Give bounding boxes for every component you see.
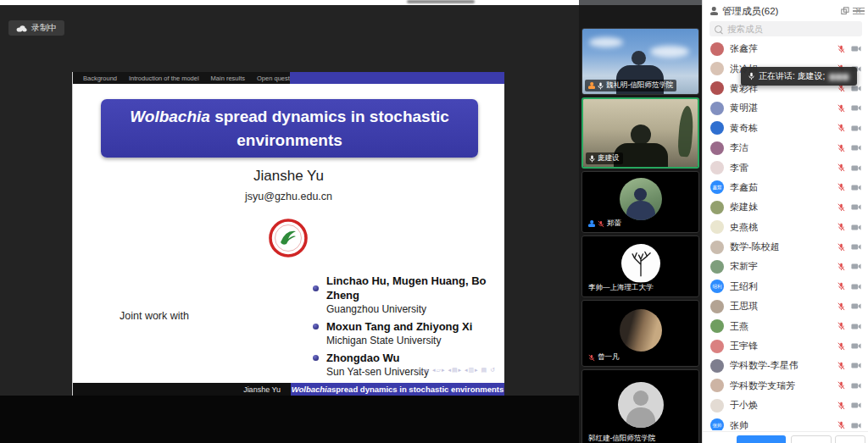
member-row[interactable]: 学科数学支瑞芳 — [703, 376, 868, 396]
collaborator-item: Linchao Hu, Mugen Huang, Bo Zheng Guangz… — [313, 274, 495, 316]
camera-off-icon[interactable] — [851, 125, 861, 132]
footer-secondary-button[interactable] — [791, 435, 832, 443]
mic-muted-icon[interactable] — [837, 263, 845, 271]
hamburger-menu-icon[interactable] — [853, 5, 865, 17]
video-name-chip: 郑蕾 — [585, 218, 625, 230]
mic-muted-icon[interactable] — [837, 362, 845, 370]
member-row[interactable]: 黄奇栋 — [703, 119, 868, 138]
camera-off-icon[interactable] — [851, 184, 861, 191]
camera-off-icon[interactable] — [851, 243, 861, 251]
member-avatar — [710, 300, 724, 313]
member-row[interactable]: 数学-陈校超 — [703, 237, 868, 257]
camera-off-icon[interactable] — [851, 283, 861, 291]
mic-muted-icon[interactable] — [837, 243, 845, 252]
avatar-placeholder — [618, 382, 664, 428]
member-row[interactable]: 柴建妹 — [703, 197, 868, 217]
video-tile-3[interactable]: 郑蕾 — [581, 171, 699, 233]
camera-off-icon[interactable] — [851, 323, 861, 330]
stage-letterbox — [0, 396, 579, 443]
member-search[interactable] — [709, 21, 862, 36]
collaborator-names: Zhongdao Wu — [326, 351, 399, 365]
camera-off-icon[interactable] — [851, 422, 861, 429]
member-row[interactable]: 史燕桃 — [703, 218, 868, 237]
mic-muted-icon[interactable] — [837, 45, 845, 53]
member-avatar: 绍利 — [710, 280, 724, 293]
slide-title-box: Wolbachia spread dynamics in stochastic … — [101, 99, 478, 158]
speaking-tooltip: 正在讲话: 庞建设; ▆▆▆ — [741, 67, 857, 86]
collaborator-affiliation: Guangzhou University — [326, 302, 495, 316]
camera-off-icon[interactable] — [851, 85, 861, 92]
camera-off-icon[interactable] — [851, 382, 861, 390]
member-name: 学科数学支瑞芳 — [730, 379, 795, 392]
camera-off-icon[interactable] — [851, 263, 861, 270]
member-name: 李鑫茹 — [730, 181, 758, 194]
popout-icon[interactable] — [841, 7, 849, 15]
collaborator-names: Moxun Tang and Zhiyong Xi — [326, 319, 472, 334]
member-row[interactable]: 黄明湛 — [703, 98, 868, 118]
member-row[interactable]: 绍利 王绍利 — [703, 277, 868, 296]
mic-muted-icon — [588, 354, 595, 362]
mic-muted-icon[interactable] — [837, 183, 845, 191]
camera-off-icon[interactable] — [851, 362, 861, 369]
mic-muted-icon[interactable] — [837, 282, 845, 291]
video-name-chip: 庞建设 — [586, 152, 623, 164]
camera-off-icon[interactable] — [851, 203, 861, 211]
recording-badge[interactable]: 录制中 — [8, 20, 64, 36]
camera-off-icon[interactable] — [851, 224, 861, 231]
member-row[interactable]: 王燕 — [703, 316, 868, 335]
mic-muted-icon[interactable] — [837, 144, 845, 152]
member-row[interactable]: 张鑫萍 — [703, 39, 868, 58]
mic-muted-icon[interactable] — [837, 421, 845, 429]
member-name: 张鑫萍 — [730, 42, 758, 55]
mic-muted-icon[interactable] — [837, 381, 845, 390]
camera-off-icon[interactable] — [851, 342, 861, 350]
collaborator-affiliation: Michigan State University — [326, 334, 495, 347]
camera-off-icon[interactable] — [851, 302, 861, 310]
member-row[interactable]: 鑫茹 李鑫茹 — [703, 178, 868, 197]
university-logo — [268, 218, 309, 258]
member-row[interactable]: 李雷 — [703, 158, 868, 177]
mic-muted-icon[interactable] — [837, 302, 845, 311]
slide-tab-background: Background — [83, 75, 117, 82]
member-name: 李洁 — [730, 141, 748, 154]
mic-muted-icon[interactable] — [837, 401, 845, 410]
search-input[interactable] — [726, 23, 857, 35]
member-name: 王燕 — [730, 320, 748, 333]
member-name: 学科数学-李星伟 — [730, 359, 798, 372]
member-row[interactable]: 于小焕 — [703, 396, 868, 415]
collaborator-item: Moxun Tang and Zhiyong Xi Michigan State… — [313, 319, 495, 347]
camera-off-icon[interactable] — [851, 104, 861, 112]
footer-primary-button[interactable] — [737, 435, 786, 443]
redacted-names: ▆▆▆ — [829, 72, 849, 80]
mic-muted-icon[interactable] — [837, 124, 845, 132]
mic-muted-icon[interactable] — [837, 342, 845, 351]
camera-off-icon[interactable] — [851, 144, 861, 152]
member-avatar — [710, 220, 724, 234]
member-row[interactable]: 李洁 — [703, 138, 868, 158]
video-name-chip: 李帅—上海理工大学 — [585, 282, 657, 294]
participant-name: 李帅—上海理工大学 — [588, 283, 654, 293]
member-row[interactable]: 王宇锋 — [703, 336, 868, 356]
mic-muted-icon — [598, 220, 604, 228]
beamer-navigation-symbols[interactable]: ◂▭▸ ◂▱▸ ◂▤▸ ◂▥▸ ▤ ↺ — [415, 367, 496, 374]
mic-muted-icon[interactable] — [837, 163, 845, 172]
member-row[interactable]: 学科数学-李星伟 — [703, 356, 868, 375]
camera-off-icon[interactable] — [851, 401, 861, 409]
footer-more-button[interactable] — [835, 435, 865, 443]
member-row[interactable]: 张帅 张帅 — [703, 415, 868, 430]
slide-footer-title: Wolbachia spread dynamics in stochastic … — [291, 383, 504, 396]
video-tile-2-active-speaker[interactable]: 庞建设 — [581, 97, 699, 169]
mic-muted-icon[interactable] — [837, 203, 845, 212]
video-tile-4[interactable]: 李帅—上海理工大学 — [581, 235, 699, 297]
mic-muted-icon[interactable] — [837, 104, 845, 113]
camera-off-icon[interactable] — [851, 45, 861, 53]
member-name: 史燕桃 — [730, 221, 758, 234]
video-tile-6[interactable]: 郭红建-信阳师范学院 — [581, 369, 699, 443]
member-row[interactable]: 王思琪 — [703, 296, 868, 316]
video-tile-1[interactable]: 魏礼明-信阳师范学院 — [581, 28, 699, 95]
member-row[interactable]: 宋新宇 — [703, 257, 868, 276]
video-tile-5[interactable]: 曾一凡 — [581, 300, 699, 367]
mic-muted-icon[interactable] — [837, 322, 845, 330]
mic-muted-icon[interactable] — [837, 223, 845, 231]
camera-off-icon[interactable] — [851, 164, 861, 172]
